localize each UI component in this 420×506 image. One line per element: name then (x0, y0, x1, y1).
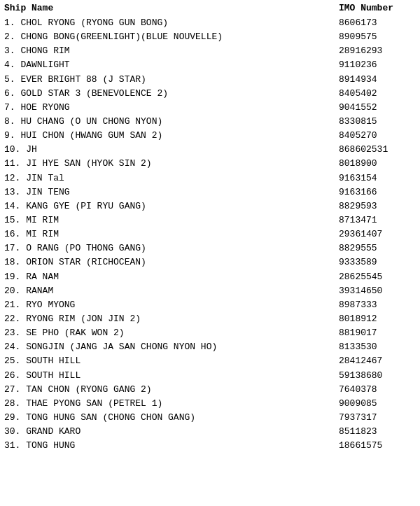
imo-number-cell: 28625545 (339, 270, 416, 284)
ship-name-cell: 19. RA NAM (4, 270, 339, 284)
imo-number-cell: 39314650 (339, 284, 416, 298)
header-ship-name: Ship Name (4, 3, 339, 13)
ship-name-cell: 5. EVER BRIGHT 88 (J STAR) (4, 73, 339, 87)
table-row: 29. TONG HUNG SAN (CHONG CHON GANG)79373… (4, 411, 416, 425)
table-row: 7. HOE RYONG9041552 (4, 101, 416, 115)
table-row: 15. MI RIM8713471 (4, 213, 416, 227)
ship-table: 1. CHOL RYONG (RYONG GUN BONG)86061732. … (4, 16, 416, 453)
imo-number-cell: 9041552 (339, 101, 416, 115)
table-row: 14. KANG GYE (PI RYU GANG)8829593 (4, 199, 416, 213)
ship-name-cell: 25. SOUTH HILL (4, 354, 339, 368)
table-row: 2. CHONG BONG(GREENLIGHT)(BLUE NOUVELLE)… (4, 30, 416, 44)
imo-number-cell: 8330815 (339, 115, 416, 129)
ship-name-cell: 22. RYONG RIM (JON JIN 2) (4, 312, 339, 326)
table-row: 28. THAE PYONG SAN (PETREL 1)9009085 (4, 397, 416, 411)
ship-name-cell: 4. DAWNLIGHT (4, 58, 339, 72)
ship-name-cell: 18. ORION STAR (RICHOCEAN) (4, 255, 339, 269)
imo-number-cell: 8713471 (339, 213, 416, 227)
table-row: 16. MI RIM29361407 (4, 227, 416, 241)
imo-number-cell: 8909575 (339, 30, 416, 44)
table-row: 17. O RANG (PO THONG GANG)8829555 (4, 241, 416, 255)
ship-name-cell: 8. HU CHANG (O UN CHONG NYON) (4, 115, 339, 129)
table-row: 13. JIN TENG9163166 (4, 185, 416, 199)
ship-name-cell: 9. HUI CHON (HWANG GUM SAN 2) (4, 129, 339, 143)
imo-number-cell: 7937317 (339, 411, 416, 425)
ship-name-cell: 14. KANG GYE (PI RYU GANG) (4, 199, 339, 213)
ship-name-cell: 24. SONGJIN (JANG JA SAN CHONG NYON HO) (4, 340, 339, 354)
ship-name-cell: 7. HOE RYONG (4, 101, 339, 115)
imo-number-cell: 8819017 (339, 326, 416, 340)
table-row: 8. HU CHANG (O UN CHONG NYON)8330815 (4, 115, 416, 129)
table-row: 30. GRAND KARO8511823 (4, 425, 416, 439)
ship-name-cell: 2. CHONG BONG(GREENLIGHT)(BLUE NOUVELLE) (4, 30, 339, 44)
imo-number-cell: 868602531 (339, 143, 416, 157)
imo-number-cell: 28412467 (339, 354, 416, 368)
imo-number-cell: 8405270 (339, 129, 416, 143)
imo-number-cell: 9333589 (339, 255, 416, 269)
imo-number-cell: 9110236 (339, 58, 416, 72)
imo-number-cell: 18661575 (339, 439, 416, 453)
ship-name-cell: 28. THAE PYONG SAN (PETREL 1) (4, 397, 339, 411)
ship-name-cell: 11. JI HYE SAN (HYOK SIN 2) (4, 157, 339, 171)
imo-number-cell: 9009085 (339, 397, 416, 411)
ship-name-cell: 17. O RANG (PO THONG GANG) (4, 241, 339, 255)
table-row: 26. SOUTH HILL59138680 (4, 369, 416, 383)
table-row: 22. RYONG RIM (JON JIN 2)8018912 (4, 312, 416, 326)
ship-name-cell: 29. TONG HUNG SAN (CHONG CHON GANG) (4, 411, 339, 425)
table-row: 5. EVER BRIGHT 88 (J STAR)8914934 (4, 73, 416, 87)
imo-number-cell: 9163154 (339, 171, 416, 185)
table-row: 10. JH868602531 (4, 143, 416, 157)
ship-name-cell: 16. MI RIM (4, 227, 339, 241)
ship-name-cell: 10. JH (4, 143, 339, 157)
ship-name-cell: 6. GOLD STAR 3 (BENEVOLENCE 2) (4, 87, 339, 101)
ship-name-cell: 21. RYO MYONG (4, 298, 339, 312)
table-row: 27. TAN CHON (RYONG GANG 2)7640378 (4, 383, 416, 397)
ship-name-cell: 1. CHOL RYONG (RYONG GUN BONG) (4, 16, 339, 30)
imo-number-cell: 8018912 (339, 312, 416, 326)
table-row: 31. TONG HUNG18661575 (4, 439, 416, 453)
imo-number-cell: 8987333 (339, 298, 416, 312)
table-row: 18. ORION STAR (RICHOCEAN)9333589 (4, 255, 416, 269)
table-row: 12. JIN Tal9163154 (4, 171, 416, 185)
table-row: 20. RANAM39314650 (4, 284, 416, 298)
table-row: 21. RYO MYONG8987333 (4, 298, 416, 312)
header-imo-number: IMO Number (339, 3, 416, 13)
table-row: 3. CHONG RIM28916293 (4, 44, 416, 58)
ship-name-cell: 3. CHONG RIM (4, 44, 339, 58)
ship-name-cell: 30. GRAND KARO (4, 425, 339, 439)
table-row: 19. RA NAM28625545 (4, 270, 416, 284)
table-row: 25. SOUTH HILL28412467 (4, 354, 416, 368)
table-row: 11. JI HYE SAN (HYOK SIN 2)8018900 (4, 157, 416, 171)
imo-number-cell: 8405402 (339, 87, 416, 101)
table-header: Ship Name IMO Number (4, 3, 416, 15)
imo-number-cell: 8914934 (339, 73, 416, 87)
ship-name-cell: 13. JIN TENG (4, 185, 339, 199)
imo-number-cell: 8829555 (339, 241, 416, 255)
imo-number-cell: 29361407 (339, 227, 416, 241)
table-row: 24. SONGJIN (JANG JA SAN CHONG NYON HO)8… (4, 340, 416, 354)
ship-name-cell: 12. JIN Tal (4, 171, 339, 185)
table-row: 23. SE PHO (RAK WON 2)8819017 (4, 326, 416, 340)
imo-number-cell: 7640378 (339, 383, 416, 397)
ship-name-cell: 20. RANAM (4, 284, 339, 298)
imo-number-cell: 8018900 (339, 157, 416, 171)
ship-name-cell: 31. TONG HUNG (4, 439, 339, 453)
ship-name-cell: 23. SE PHO (RAK WON 2) (4, 326, 339, 340)
imo-number-cell: 8511823 (339, 425, 416, 439)
imo-number-cell: 9163166 (339, 185, 416, 199)
table-row: 4. DAWNLIGHT9110236 (4, 58, 416, 72)
imo-number-cell: 28916293 (339, 44, 416, 58)
ship-name-cell: 15. MI RIM (4, 213, 339, 227)
imo-number-cell: 8829593 (339, 199, 416, 213)
imo-number-cell: 8133530 (339, 340, 416, 354)
table-row: 9. HUI CHON (HWANG GUM SAN 2)8405270 (4, 129, 416, 143)
imo-number-cell: 8606173 (339, 16, 416, 30)
table-row: 1. CHOL RYONG (RYONG GUN BONG)8606173 (4, 16, 416, 30)
imo-number-cell: 59138680 (339, 369, 416, 383)
ship-name-cell: 27. TAN CHON (RYONG GANG 2) (4, 383, 339, 397)
table-row: 6. GOLD STAR 3 (BENEVOLENCE 2)8405402 (4, 87, 416, 101)
ship-name-cell: 26. SOUTH HILL (4, 369, 339, 383)
